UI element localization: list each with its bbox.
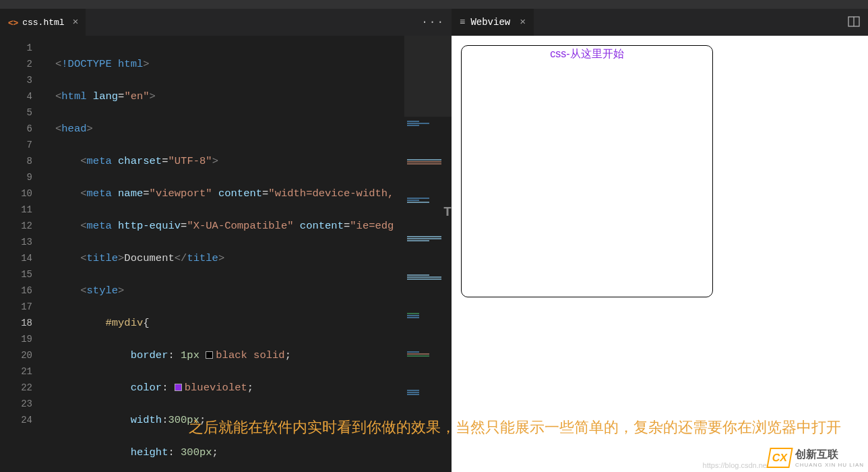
tab-webview[interactable]: ≡ Webview ×: [452, 9, 534, 36]
preview-text: css-从这里开始: [550, 48, 623, 59]
watermark-logo-icon: CX: [766, 448, 793, 468]
editor-pane: <> css.html × ··· 123456789 101112131415…: [0, 9, 452, 472]
webview-tab-bar: ≡ Webview ×: [452, 9, 868, 36]
watermark: CX 创新互联 CHUANG XIN HU LIAN: [768, 448, 864, 468]
webview-pane: ≡ Webview × css-从这里开始: [452, 9, 868, 472]
preview-mydiv: css-从这里开始: [461, 45, 713, 297]
editor-tab-bar: <> css.html × ···: [0, 9, 452, 36]
color-swatch-blueviolet: [175, 384, 182, 391]
watermark-sub: CHUANG XIN HU LIAN: [795, 462, 864, 468]
tab-more-icon[interactable]: ···: [421, 16, 445, 28]
color-swatch-black: [206, 351, 213, 359]
minimap[interactable]: [404, 36, 452, 472]
line-number-gutter: 123456789 1011121314151617 1819202122232…: [0, 36, 43, 472]
watermark-brand: 创新互联: [795, 448, 864, 462]
text-tool-icon: T: [443, 204, 452, 220]
close-icon[interactable]: ×: [73, 17, 79, 28]
menu-bar: [0, 0, 868, 9]
footer-url: https://blog.csdn.ne: [703, 461, 767, 469]
html-file-icon: <>: [8, 18, 18, 28]
webview-title: Webview: [470, 17, 510, 28]
code-editor[interactable]: <!DOCTYPE html> <html lang="en"> <head> …: [43, 36, 452, 472]
tab-filename: css.html: [22, 18, 64, 28]
annotation-text: 之后就能在软件内实时看到你做的效果，当然只能展示一些简单的，复杂的还需要你在浏览…: [189, 417, 868, 438]
split-editor-icon[interactable]: [848, 16, 860, 30]
webview-preview: css-从这里开始: [452, 36, 868, 472]
tab-css-html[interactable]: <> css.html ×: [0, 9, 86, 36]
close-icon[interactable]: ×: [520, 17, 526, 28]
list-icon: ≡: [460, 17, 465, 28]
